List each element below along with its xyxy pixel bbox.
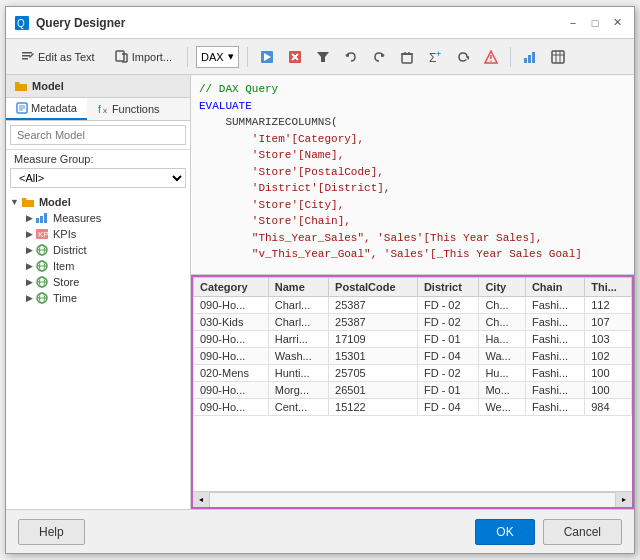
edit-as-text-button[interactable]: Edit as Text (14, 47, 102, 67)
import-button[interactable]: Import... (108, 47, 179, 67)
table-cell: Ch... (479, 314, 526, 331)
col-header-this: Thi... (585, 278, 632, 297)
undo-icon (344, 50, 358, 64)
search-input[interactable] (10, 125, 186, 145)
query-line-5: 'Store'[Name], (199, 147, 626, 164)
right-panel: // DAX Query EVALUATE SUMMARIZECOLUMNS( … (191, 75, 634, 509)
delete-button[interactable] (396, 46, 418, 68)
cancel-query-button[interactable] (284, 46, 306, 68)
main-content: Model Metadata f x (6, 75, 634, 509)
search-box (6, 121, 190, 150)
table-cell: 15301 (329, 348, 418, 365)
query-line-11: "v_This_Year_Goal", 'Sales'[_This Year S… (199, 246, 626, 263)
expand-icon: ▼ (10, 197, 19, 207)
tree-item-time[interactable]: ▶ Time (6, 290, 190, 306)
table-row[interactable]: 090-Ho...Wash...15301FD - 04Wa...Fashi..… (194, 348, 632, 365)
svg-rect-30 (532, 52, 535, 63)
dax-dropdown[interactable]: DAX ▾ (196, 46, 239, 68)
tree-item-model[interactable]: ▼ Model (6, 194, 190, 210)
expand-icon-kpis: ▶ (26, 229, 33, 239)
table-cell: FD - 02 (417, 365, 479, 382)
table-cell: Fashi... (525, 297, 584, 314)
table-cell: Fashi... (525, 382, 584, 399)
table-cell: 26501 (329, 382, 418, 399)
toolbar-separator-2 (247, 47, 248, 67)
svg-rect-18 (402, 54, 412, 63)
svg-text:+: + (436, 50, 441, 59)
refresh-button[interactable] (452, 46, 474, 68)
table-cell: FD - 01 (417, 382, 479, 399)
redo-button[interactable] (368, 46, 390, 68)
cancel-query-icon (288, 50, 302, 64)
table-row[interactable]: 090-Ho...Harri...17109FD - 01Ha...Fashi.… (194, 331, 632, 348)
svg-text:x: x (103, 106, 107, 115)
undo-button[interactable] (340, 46, 362, 68)
table-cell: FD - 04 (417, 399, 479, 416)
tree-item-measures-label: Measures (53, 212, 101, 224)
measure-group-select[interactable]: <All> (10, 168, 186, 188)
tree-item-item[interactable]: ▶ Item (6, 258, 190, 274)
h-scroll-track[interactable] (209, 492, 616, 508)
svg-rect-31 (552, 51, 564, 63)
ok-button[interactable]: OK (475, 519, 534, 545)
scroll-right-button[interactable]: ▸ (616, 492, 632, 508)
query-text-area[interactable]: // DAX Query EVALUATE SUMMARIZECOLUMNS( … (191, 75, 634, 275)
table-button[interactable] (547, 46, 569, 68)
run-button[interactable] (256, 46, 278, 68)
table-row[interactable]: 090-Ho...Charl...25387FD - 02Ch...Fashi.… (194, 297, 632, 314)
svg-marker-15 (317, 52, 329, 62)
time-globe-icon (35, 292, 49, 304)
metadata-icon (16, 102, 28, 114)
close-button[interactable]: ✕ (608, 14, 626, 32)
alert-button[interactable] (480, 46, 502, 68)
results-table: Category Name PostalCode District City C… (193, 277, 632, 416)
tab-metadata[interactable]: Metadata (6, 98, 87, 120)
tree-item-district[interactable]: ▶ District (6, 242, 190, 258)
svg-point-27 (490, 60, 492, 62)
table-cell: 25387 (329, 297, 418, 314)
tree-item-kpis[interactable]: ▶ KPI KPIs (6, 226, 190, 242)
horizontal-scrollbar[interactable]: ◂ ▸ (193, 491, 632, 507)
tab-functions[interactable]: f x Functions (87, 98, 170, 120)
col-header-city: City (479, 278, 526, 297)
table-cell: Mo... (479, 382, 526, 399)
filter-button[interactable] (312, 46, 334, 68)
table-cell: 100 (585, 382, 632, 399)
table-cell: Cent... (268, 399, 328, 416)
expand-icon-time: ▶ (26, 293, 33, 303)
col-header-name: Name (268, 278, 328, 297)
tab-functions-label: Functions (112, 103, 160, 115)
help-button[interactable]: Help (18, 519, 85, 545)
calc-icon: Σ + (428, 50, 442, 64)
minimize-button[interactable]: − (564, 14, 582, 32)
table-cell: FD - 02 (417, 297, 479, 314)
add-calc-button[interactable]: Σ + (424, 46, 446, 68)
model-folder-icon (21, 196, 35, 208)
results-table-scroll[interactable]: Category Name PostalCode District City C… (193, 277, 632, 491)
table-cell: 107 (585, 314, 632, 331)
scroll-left-button[interactable]: ◂ (193, 492, 209, 508)
table-cell: Fashi... (525, 348, 584, 365)
table-row[interactable]: 020-MensHunti...25705FD - 02Hu...Fashi..… (194, 365, 632, 382)
chart-button[interactable] (519, 46, 541, 68)
cancel-button[interactable]: Cancel (543, 519, 622, 545)
maximize-button[interactable]: □ (586, 14, 604, 32)
table-cell: 090-Ho... (194, 348, 269, 365)
edit-icon (21, 50, 35, 64)
app-icon: Q (14, 15, 30, 31)
tree-item-time-label: Time (53, 292, 77, 304)
tree-item-store-label: Store (53, 276, 79, 288)
tree-item-measures[interactable]: ▶ Measures (6, 210, 190, 226)
footer-right-buttons: OK Cancel (475, 519, 622, 545)
expand-icon-item: ▶ (26, 261, 33, 271)
table-row[interactable]: 090-Ho...Cent...15122FD - 04We...Fashi..… (194, 399, 632, 416)
svg-rect-29 (528, 55, 531, 63)
toolbar: Edit as Text Import... DAX ▾ (6, 39, 634, 75)
table-cell: 984 (585, 399, 632, 416)
functions-icon: f x (97, 103, 109, 115)
tree-item-store[interactable]: ▶ Store (6, 274, 190, 290)
table-cell: FD - 02 (417, 314, 479, 331)
table-row[interactable]: 030-KidsCharl...25387FD - 02Ch...Fashi..… (194, 314, 632, 331)
table-row[interactable]: 090-Ho...Morg...26501FD - 01Mo...Fashi..… (194, 382, 632, 399)
chart-icon (523, 50, 537, 64)
